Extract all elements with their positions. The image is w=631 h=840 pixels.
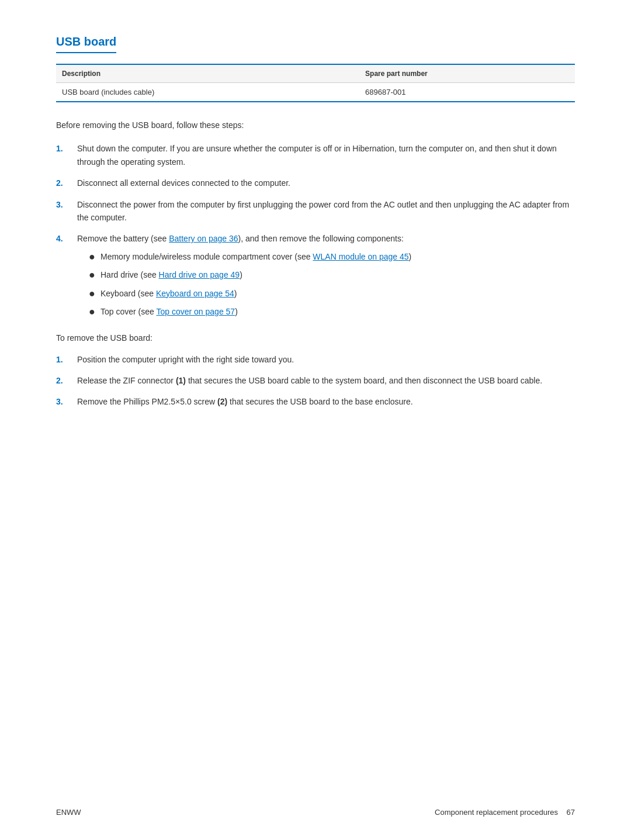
step-remove-text-1: Position the computer upright with the r… [77,353,575,366]
sub-text-2: Hard drive (see Hard drive on page 49) [100,268,575,281]
step-before-1: 1. Shut down the computer. If you are un… [56,142,575,168]
footer-left: ENWW [56,808,81,817]
step-before-2: 2. Disconnect all external devices conne… [56,177,575,189]
step-remove-3: 3. Remove the Phillips PM2.5×5.0 screw (… [56,395,575,408]
parts-table: Description Spare part number USB board … [56,64,575,102]
sub-text-3: Keyboard (see Keyboard on page 54) [100,287,575,300]
step-text-4: Remove the battery (see Battery on page … [77,232,575,323]
step-number-4: 4. [56,232,77,245]
hdd-link[interactable]: Hard drive on page 49 [159,270,240,279]
sub-text-1: Memory module/wireless module compartmen… [100,250,575,263]
step-remove-number-3: 3. [56,395,77,408]
footer: ENWW Component replacement procedures 67 [0,808,631,817]
step-remove-number-2: 2. [56,374,77,387]
sub-item-2: ● Hard drive (see Hard drive on page 49) [89,268,575,282]
sub-text-4: Top cover (see Top cover on page 57) [100,305,575,318]
step-number-3: 3. [56,198,77,211]
steps-before-list: 1. Shut down the computer. If you are un… [56,142,575,323]
steps-remove-list: 1. Position the computer upright with th… [56,353,575,409]
topcover-link[interactable]: Top cover on page 57 [156,307,235,316]
step-remove-text-3: Remove the Phillips PM2.5×5.0 screw (2) … [77,395,575,408]
sub-item-1: ● Memory module/wireless module compartm… [89,250,575,264]
step-remove-2: 2. Release the ZIF connector (1) that se… [56,374,575,387]
table-row: USB board (includes cable)689687-001 [56,83,575,102]
step-number-2: 2. [56,177,77,189]
step-text-1: Shut down the computer. If you are unsur… [77,142,575,168]
bold-2: (2) [217,397,227,406]
step-text-2: Disconnect all external devices connecte… [77,177,575,189]
step-number-1: 1. [56,142,77,155]
keyboard-link[interactable]: Keyboard on page 54 [156,289,234,298]
footer-right: Component replacement procedures 67 [435,808,575,817]
table-cell-description: USB board (includes cable) [56,83,359,102]
bold-1: (1) [176,376,186,385]
to-remove-label: To remove the USB board: [56,331,575,344]
page-title: USB board [56,35,116,53]
table-cell-part-number: 689687-001 [359,83,575,102]
step-text-3: Disconnect the power from the computer b… [77,198,575,224]
bullet-1: ● [89,250,100,264]
sub-item-4: ● Top cover (see Top cover on page 57) [89,305,575,319]
step-before-3: 3. Disconnect the power from the compute… [56,198,575,224]
table-col2-header: Spare part number [359,64,575,83]
bullet-3: ● [89,287,100,300]
wlan-link[interactable]: WLAN module on page 45 [313,252,408,261]
table-col1-header: Description [56,64,359,83]
sub-item-3: ● Keyboard (see Keyboard on page 54) [89,287,575,300]
sub-items-list: ● Memory module/wireless module compartm… [89,250,575,319]
bullet-2: ● [89,268,100,282]
step-remove-1: 1. Position the computer upright with th… [56,353,575,366]
battery-link[interactable]: Battery on page 36 [169,234,238,243]
step-before-4: 4. Remove the battery (see Battery on pa… [56,232,575,323]
step-remove-text-2: Release the ZIF connector (1) that secur… [77,374,575,387]
bullet-4: ● [89,305,100,319]
intro-text: Before removing the USB board, follow th… [56,119,575,132]
step-remove-number-1: 1. [56,353,77,366]
